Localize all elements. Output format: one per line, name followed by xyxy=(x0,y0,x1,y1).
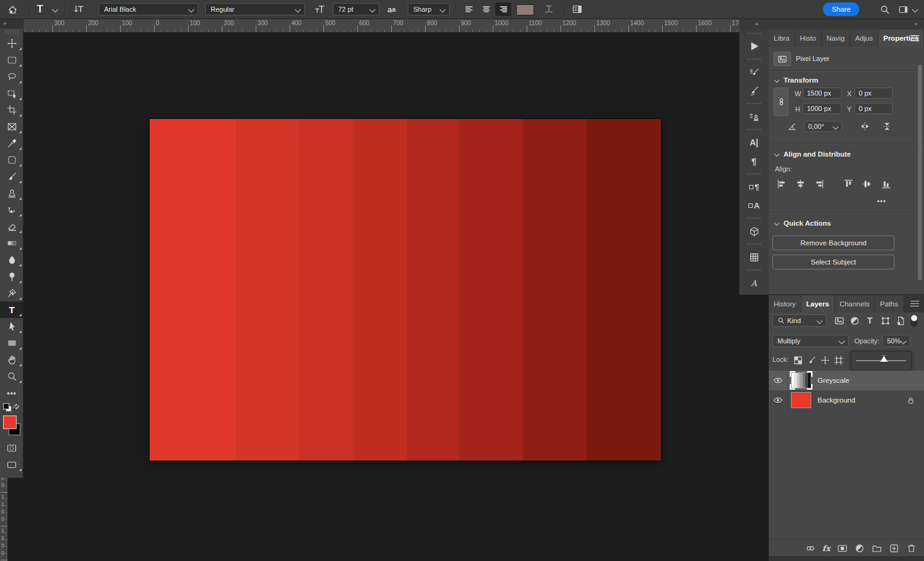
tool-eraser[interactable] xyxy=(0,218,23,235)
dock-panel-patterns[interactable] xyxy=(739,248,769,266)
tool-path-selection[interactable] xyxy=(0,318,23,335)
dock-panel-paragraph[interactable]: ¶ xyxy=(739,152,769,170)
remove-background-button[interactable]: Remove Background xyxy=(772,235,894,250)
dock-panel-3d[interactable] xyxy=(739,222,769,240)
default-colors-icon[interactable] xyxy=(3,403,11,411)
layer-row-background[interactable]: Background xyxy=(769,390,924,410)
align-horizontal-centers-button[interactable] xyxy=(793,178,807,190)
tab-layers[interactable]: Layers xyxy=(801,295,834,313)
tab-paths[interactable]: Paths xyxy=(875,295,902,313)
layer-thumbnail[interactable] xyxy=(791,372,811,388)
toolbar-expand-icon[interactable]: » xyxy=(0,18,23,28)
dock-panel-paragraph-styles[interactable]: ¶ xyxy=(739,178,769,196)
align-vertical-centers-button[interactable] xyxy=(860,178,873,190)
new-group-button[interactable] xyxy=(872,543,882,554)
toggle-panels-icon[interactable] xyxy=(572,0,583,18)
tool-blur[interactable] xyxy=(0,252,23,268)
tool-brush[interactable] xyxy=(0,168,23,185)
tool-spot-healing-brush[interactable] xyxy=(0,152,23,168)
flip-vertical-button[interactable] xyxy=(880,120,894,133)
select-subject-button[interactable]: Select Subject xyxy=(772,255,894,269)
dock-panel-brushes[interactable] xyxy=(739,81,769,100)
tab-histo[interactable]: Histo xyxy=(795,30,821,47)
lock-image-pixels-button[interactable] xyxy=(804,354,818,366)
filter-pixel-layers-button[interactable] xyxy=(832,314,846,327)
tool-zoom[interactable] xyxy=(0,368,23,385)
home-icon[interactable] xyxy=(7,0,18,18)
dock-panel-glyphs[interactable]: A xyxy=(739,274,769,292)
horizontal-ruler[interactable]: 3002001000100200300400500600700800900100… xyxy=(0,18,739,33)
new-adjustment-layer-button[interactable] xyxy=(854,543,865,554)
panel-menu-icon[interactable] xyxy=(910,301,919,307)
rotation-angle-field[interactable]: 0,00° xyxy=(804,121,842,132)
y-field[interactable]: 0 px xyxy=(854,103,893,114)
collapse-dock-icon[interactable]: « xyxy=(755,21,759,27)
swap-colors-icon[interactable] xyxy=(12,403,20,411)
warp-text-icon[interactable] xyxy=(543,0,554,18)
new-layer-button[interactable] xyxy=(889,543,899,554)
tool-eyedropper[interactable] xyxy=(0,135,23,152)
align-section-header[interactable]: Align and Distribute xyxy=(775,150,851,158)
font-family-select[interactable]: Arial Black xyxy=(99,3,198,15)
quick-actions-header[interactable]: Quick Actions xyxy=(775,219,831,227)
quick-mask-button[interactable] xyxy=(0,440,23,456)
tool-rectangular-marquee[interactable] xyxy=(0,52,23,68)
filter-kind-select[interactable]: Kind xyxy=(772,314,827,327)
transform-section-header[interactable]: Transform xyxy=(775,76,818,84)
text-align-right-button[interactable] xyxy=(495,2,511,16)
align-more-button[interactable]: ••• xyxy=(877,197,886,205)
tool-edit-toolbar[interactable]: ••• xyxy=(0,385,23,401)
tool-history-brush[interactable] xyxy=(0,202,23,218)
layer-effects-button[interactable]: fx xyxy=(822,544,830,552)
tool-gradient[interactable] xyxy=(0,235,23,252)
tool-clone-stamp[interactable] xyxy=(0,185,23,202)
foreground-color-chip[interactable] xyxy=(3,416,17,429)
align-left-edges-button[interactable] xyxy=(775,178,788,190)
filter-type-layers-button[interactable]: T xyxy=(863,314,877,327)
layer-visibility-eye-icon[interactable] xyxy=(769,390,788,410)
dock-panel-clone-source[interactable] xyxy=(739,107,769,126)
type-tool-preset-icon[interactable]: T xyxy=(37,0,43,18)
tab-adjus[interactable]: Adjus xyxy=(850,30,878,47)
collapse-panels-icon[interactable]: » xyxy=(914,21,918,27)
share-button[interactable]: Share xyxy=(823,2,859,16)
anti-alias-select[interactable]: Sharp xyxy=(408,3,450,15)
layer-row-greyscale[interactable]: Greyscale xyxy=(769,371,924,390)
add-layer-mask-button[interactable] xyxy=(837,543,848,554)
dock-panel-character[interactable]: A| xyxy=(739,133,769,152)
opacity-select[interactable]: 50% xyxy=(882,335,910,347)
tab-history[interactable]: History xyxy=(769,295,801,313)
filter-smart-objects-button[interactable] xyxy=(894,314,907,327)
blend-mode-select[interactable]: Multiply xyxy=(772,335,849,347)
panel-grip[interactable] xyxy=(739,240,769,248)
tab-navig[interactable]: Navig xyxy=(822,30,849,47)
chevron-down-icon[interactable] xyxy=(913,0,917,18)
tool-type[interactable]: T xyxy=(0,301,23,318)
tool-pen[interactable] xyxy=(0,285,23,301)
dock-panel-character-styles[interactable]: A xyxy=(739,196,769,215)
search-icon[interactable] xyxy=(880,0,890,18)
workspace-switcher-icon[interactable] xyxy=(898,0,909,18)
height-field[interactable]: 1000 px xyxy=(803,103,841,114)
dock-panel-actions[interactable] xyxy=(739,37,769,55)
panel-grip[interactable] xyxy=(739,126,769,133)
filter-shape-layers-button[interactable] xyxy=(878,314,892,327)
chevron-down-icon[interactable] xyxy=(53,0,57,18)
align-top-edges-button[interactable] xyxy=(841,178,855,190)
link-dimensions-button[interactable] xyxy=(774,88,788,116)
width-field[interactable]: 1500 px xyxy=(803,88,841,99)
tool-object-selection[interactable] xyxy=(0,85,23,102)
tool-dodge[interactable] xyxy=(0,268,23,285)
tool-move[interactable] xyxy=(0,35,23,52)
panel-grip[interactable] xyxy=(739,100,769,107)
font-style-select[interactable]: Regular xyxy=(205,3,305,15)
panel-scrollbar[interactable] xyxy=(918,65,922,280)
align-right-edges-button[interactable] xyxy=(812,178,825,190)
delete-layer-button[interactable] xyxy=(906,543,917,554)
lock-artboards-button[interactable] xyxy=(832,354,845,366)
layer-name[interactable]: Background xyxy=(817,396,855,404)
link-layers-button[interactable] xyxy=(805,543,816,554)
tool-frame[interactable] xyxy=(0,118,23,135)
dock-panel-brush-settings[interactable] xyxy=(739,63,769,81)
document-canvas[interactable] xyxy=(150,119,661,461)
